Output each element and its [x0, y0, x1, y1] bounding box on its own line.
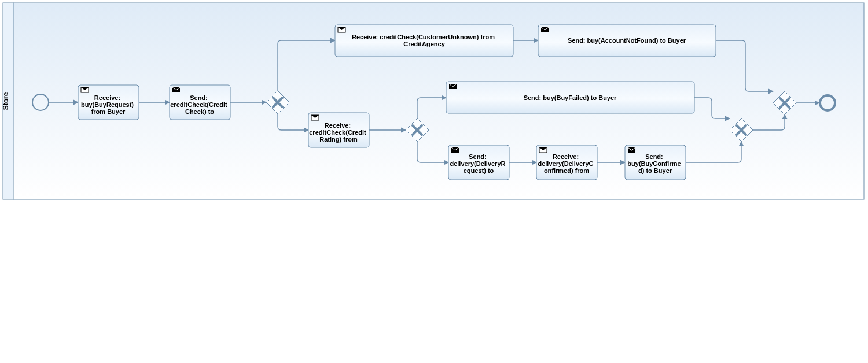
task-label: Send: buy(BuyFailed) to Buyer	[524, 94, 617, 101]
task-send-delivery-request[interactable]: Send: delivery(DeliveryR equest) to Send…	[448, 145, 509, 180]
task-receive-customer-unknown[interactable]: Receive: creditCheck(CustomerUnknown) fr…	[335, 25, 513, 57]
task-receive-buy-request[interactable]: Receive: buy(BuyRequest) from Buyer Rece…	[78, 85, 139, 120]
task-receive-delivery-confirmed[interactable]: Receive: delivery(DeliveryC onfirmed) fr…	[536, 145, 597, 180]
task-send-creditcheck[interactable]: Send: creditCheck(Credit Check) to Send:…	[170, 85, 230, 120]
task-send-account-not-found[interactable]: Send: buy(AccountNotFound) to Buyer	[538, 25, 716, 57]
task-send-buy-confirmed[interactable]: Send: buy(BuyConfirme d) to Buyer Send: …	[625, 145, 686, 180]
task-receive-credit-rating[interactable]: Receive: creditCheck(Credit Rating) from…	[308, 113, 369, 147]
bpmn-diagram: Store	[0, 0, 868, 363]
task-send-buy-failed[interactable]: Send: buy(BuyFailed) to Buyer	[446, 82, 694, 113]
pool-title: Store	[2, 92, 10, 110]
task-label: Send: buy(AccountNotFound) to Buyer	[568, 37, 686, 44]
